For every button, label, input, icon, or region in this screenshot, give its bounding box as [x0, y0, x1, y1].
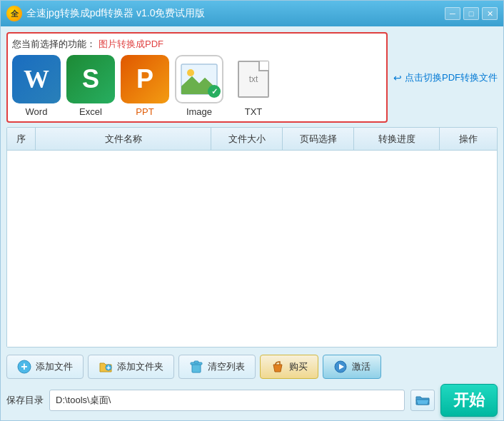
add-file-button[interactable]: + 添加文件 — [6, 355, 84, 379]
title-controls: ─ □ ✕ — [445, 7, 498, 20]
image-check-badge: ✓ — [208, 85, 221, 98]
table-body — [7, 151, 497, 347]
main-content: 您当前选择的功能： 图片转换成PDF W Word S — [1, 26, 503, 420]
txt-file-img: txt — [238, 61, 269, 98]
function-icons-row: W Word S Excel P — [12, 55, 382, 117]
bottom-buttons: + 添加文件 + 添加文件夹 — [6, 352, 498, 382]
word-label: Word — [26, 106, 48, 117]
bag-icon — [271, 360, 285, 374]
activate-icon — [333, 360, 348, 374]
function-area: 您当前选择的功能： 图片转换成PDF W Word S — [6, 32, 388, 123]
image-inner: ✓ — [181, 64, 218, 95]
image-icon-img: ✓ — [175, 55, 223, 103]
title-bar-left: 全 全速jpg转换成pdf转换器 v1.0免费试用版 — [6, 6, 206, 21]
app-logo: 全 — [6, 6, 22, 21]
word-letter: W — [24, 64, 49, 94]
activate-label: 激活 — [352, 360, 371, 373]
save-path-input[interactable] — [49, 390, 405, 411]
clear-list-label: 清空列表 — [208, 360, 245, 373]
save-area: 保存目录 开始 — [6, 386, 498, 415]
svg-text:+: + — [21, 360, 27, 372]
add-file-label: 添加文件 — [36, 360, 73, 373]
save-label: 保存目录 — [6, 394, 44, 407]
pdf-switch-link[interactable]: ↩ 点击切换PDF转换文件 — [393, 71, 498, 84]
add-circle-icon: + — [17, 360, 31, 374]
header-progress: 转换进度 — [354, 128, 440, 150]
pdf-switch-text: 点击切换PDF转换文件 — [405, 71, 498, 84]
func-icon-ppt[interactable]: P PPT — [121, 55, 169, 117]
close-button[interactable]: ✕ — [482, 7, 498, 20]
trash-icon — [189, 360, 203, 374]
excel-label: Excel — [79, 106, 102, 117]
maximize-button[interactable]: □ — [463, 7, 479, 20]
table-header: 序 文件名称 文件大小 页码选择 转换进度 操作 — [7, 128, 497, 151]
func-icon-word[interactable]: W Word — [12, 55, 61, 117]
start-button[interactable]: 开始 — [440, 384, 498, 417]
svg-rect-7 — [192, 364, 201, 372]
ppt-label: PPT — [136, 106, 153, 117]
func-icon-txt[interactable]: txt TXT — [229, 55, 278, 117]
title-bar: 全 全速jpg转换成pdf转换器 v1.0免费试用版 ─ □ ✕ — [1, 1, 503, 26]
activate-button[interactable]: 激活 — [323, 355, 381, 379]
func-icon-excel[interactable]: S Excel — [66, 55, 115, 117]
svg-rect-9 — [194, 361, 198, 363]
svg-text:+: + — [106, 364, 111, 372]
header-filename: 文件名称 — [36, 128, 211, 150]
top-row: 您当前选择的功能： 图片转换成PDF W Word S — [6, 32, 498, 123]
add-folder-button[interactable]: + 添加文件夹 — [88, 355, 174, 379]
excel-icon-img: S — [66, 55, 115, 103]
ppt-icon-img: P — [121, 55, 169, 103]
title-text: 全速jpg转换成pdf转换器 v1.0免费试用版 — [26, 7, 206, 20]
header-filesize: 文件大小 — [211, 128, 283, 150]
main-window: 全 全速jpg转换成pdf转换器 v1.0免费试用版 ─ □ ✕ 您当前选择的功… — [0, 0, 504, 421]
function-label-row: 您当前选择的功能： 图片转换成PDF — [12, 38, 382, 51]
excel-letter: S — [82, 64, 99, 94]
folder-open-icon — [415, 394, 430, 407]
add-folder-icon: + — [99, 360, 113, 374]
svg-point-1 — [187, 69, 194, 76]
start-label: 开始 — [453, 390, 485, 411]
minimize-button[interactable]: ─ — [445, 7, 460, 20]
header-pagesel: 页码选择 — [283, 128, 354, 150]
file-table: 序 文件名称 文件大小 页码选择 转换进度 操作 — [6, 127, 498, 348]
buy-label: 购买 — [289, 360, 308, 373]
txt-label: TXT — [245, 106, 263, 117]
browse-folder-button[interactable] — [410, 390, 435, 411]
header-seq: 序 — [7, 128, 36, 150]
add-folder-label: 添加文件夹 — [117, 360, 163, 373]
image-label: Image — [186, 106, 212, 117]
function-label-highlight: 图片转换成PDF — [99, 38, 163, 51]
function-label-prefix: 您当前选择的功能： — [12, 38, 96, 51]
ppt-letter: P — [136, 64, 153, 94]
txt-icon-img: txt — [229, 55, 278, 103]
buy-button[interactable]: 购买 — [260, 355, 318, 379]
func-icon-image[interactable]: ✓ Image — [175, 55, 223, 117]
arrow-icon: ↩ — [393, 72, 402, 83]
header-action: 操作 — [440, 128, 497, 150]
clear-list-button[interactable]: 清空列表 — [178, 355, 256, 379]
word-icon-img: W — [12, 55, 61, 103]
